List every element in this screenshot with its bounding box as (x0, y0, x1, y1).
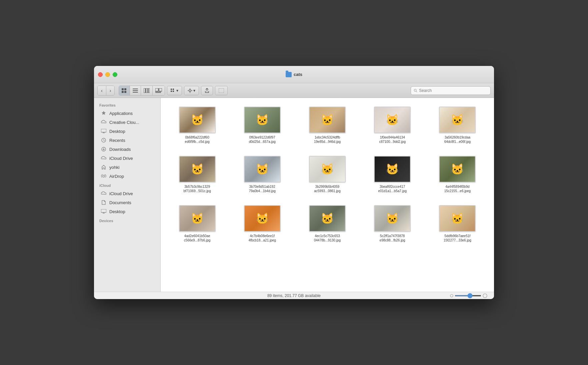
file-name: 0b68f6a222df60 ed6f9fb...c5d.jpg (185, 135, 210, 144)
svg-rect-0 (122, 88, 124, 90)
file-item[interactable]: 1f0ee844a46134 c87100...9dd2.jpg (363, 105, 422, 146)
sidebar-item-desktop[interactable]: Desktop (95, 127, 159, 136)
file-name: 5c2ff1a747f3878 e98c88...fb26.jpg (380, 234, 405, 242)
file-item[interactable]: 4c7b4b08e6ee1f 4fbcb18...a21.jpeg (232, 203, 292, 244)
cat-image (245, 157, 280, 182)
search-box[interactable] (411, 86, 491, 95)
file-thumbnail (179, 107, 216, 133)
grid-icon (122, 88, 127, 93)
minimize-button[interactable] (105, 72, 110, 77)
tag-icon (219, 88, 224, 93)
maximize-button[interactable] (113, 72, 117, 77)
sidebar-item-creative-cloud[interactable]: Creative Clou... (95, 118, 159, 127)
nav-back-button[interactable]: ‹ (98, 86, 106, 95)
svg-rect-6 (133, 92, 138, 93)
file-name: 1ebc34c5324dffb 19e85d...946d.jpg (314, 135, 341, 144)
window-title: cats (286, 72, 302, 77)
sidebar-item-icloud-drive[interactable]: iCloud Drive (95, 189, 159, 198)
file-name: 3b70e8d51ab192 79a0b4...1b4d.jpg (249, 184, 276, 193)
zoom-range-input[interactable] (455, 295, 481, 296)
list-icon (133, 88, 138, 93)
actions-button[interactable]: ▾ (184, 86, 199, 95)
finder-window: cats ‹ › (94, 66, 494, 299)
recents-label: Recents (109, 138, 125, 143)
file-item[interactable]: 3b70e8d51ab192 79a0b4...1b4d.jpg (232, 154, 292, 195)
file-thumbnail (179, 156, 216, 182)
file-name: 5ddfb96b7aee51f 15f2277...33e6.jpg (444, 234, 471, 242)
window-title-text: cats (294, 72, 302, 77)
file-thumbnail (439, 205, 476, 232)
file-item[interactable]: 3b2999b5b4059 ac5993...0861.jpg (297, 154, 357, 195)
tag-button[interactable] (215, 86, 228, 95)
nav-forward-button[interactable]: › (106, 86, 115, 95)
file-item[interactable]: 4ad2e6041b50ae c566e9...87b6.jpg (167, 203, 227, 244)
cat-image (245, 206, 280, 231)
file-item[interactable]: 3a56260b19cdaa 64dc8f1...e06f.jpg (428, 105, 487, 146)
file-grid: 0b68f6a222df60 ed6f9fb...c5d.jpg0f63ee91… (167, 105, 487, 244)
svg-rect-35 (101, 209, 106, 212)
svg-point-38 (450, 294, 453, 297)
cat-image (440, 107, 475, 133)
share-button[interactable] (201, 86, 213, 95)
sidebar-item-airdrop[interactable]: AirDrop (95, 172, 159, 181)
airdrop-icon (101, 173, 107, 179)
applications-label: Applications (109, 111, 133, 116)
sidebar-item-downloads[interactable]: Downloads (95, 145, 159, 154)
file-item[interactable]: 5ddfb96b7aee51f 15f2277...33e6.jpg (428, 203, 487, 244)
desktop-label: Desktop (109, 129, 125, 134)
folder-icon (286, 72, 292, 77)
file-item[interactable]: 4ec1c5c753c653 04478b...9130.jpg (297, 203, 357, 244)
file-item[interactable]: 5c2ff1a747f3878 e98c88...fb26.jpg (363, 203, 422, 244)
svg-rect-11 (159, 88, 162, 91)
cat-image (375, 107, 410, 133)
file-item[interactable]: 0b68f6a222df60 ed6f9fb...c5d.jpg (167, 105, 227, 146)
icloud-drive-fav-icon (101, 155, 107, 161)
group-button[interactable]: ▾ (167, 86, 182, 95)
view-icon-button[interactable] (119, 86, 130, 95)
downloads-icon (101, 146, 107, 152)
file-item[interactable]: 0f63ee9122d6f97 d0d25d...657a.jpg (232, 105, 292, 146)
desktop-icon (101, 128, 107, 134)
documents-label: Documents (109, 200, 131, 205)
airdrop-label: AirDrop (109, 174, 124, 179)
cat-image (245, 107, 280, 133)
close-button[interactable] (98, 72, 103, 77)
cat-image (310, 206, 345, 231)
file-thumbnail (244, 107, 281, 133)
file-thumbnail (309, 156, 346, 182)
cat-image (180, 206, 215, 231)
svg-line-32 (104, 140, 105, 141)
icloud-header: iCloud (94, 181, 160, 189)
view-buttons (119, 86, 165, 96)
cat-image (180, 157, 215, 182)
view-gallery-button[interactable] (153, 86, 165, 95)
search-icon (414, 89, 417, 93)
svg-point-19 (189, 90, 191, 92)
file-item[interactable]: 1ebc34c5324dffb 19e85d...946d.jpg (297, 105, 357, 146)
search-input[interactable] (419, 88, 488, 93)
file-item[interactable]: 4a44f5894f0b9d 15c2155...e6.jpeg (428, 154, 487, 195)
sidebar-item-desktop-icloud[interactable]: Desktop (95, 207, 159, 216)
sidebar-item-documents[interactable]: Documents (95, 198, 159, 207)
desktop-icloud-icon (101, 208, 107, 214)
sidebar-item-yohki[interactable]: yohki (95, 163, 159, 172)
sidebar-item-recents[interactable]: Recents (95, 136, 159, 145)
svg-line-26 (416, 91, 417, 92)
file-name: 3beaf6f2ccce417 e01d1a1...b5a7.jpg (378, 184, 407, 193)
gear-icon (188, 88, 192, 93)
zoom-slider[interactable] (450, 293, 487, 298)
group-arrow: ▾ (176, 88, 178, 93)
titlebar: cats (94, 66, 494, 83)
file-item[interactable]: 3b57b3c9bc1329 bf71069...501c.jpg (167, 154, 227, 195)
file-thumbnail (309, 107, 346, 133)
view-column-button[interactable] (141, 86, 153, 95)
sidebar-item-applications[interactable]: Applications (95, 109, 159, 118)
file-item[interactable]: 3beaf6f2ccce417 e01d1a1...b5a7.jpg (363, 154, 422, 195)
file-name: 4ad2e6041b50ae c566e9...87b6.jpg (184, 234, 211, 242)
svg-rect-8 (146, 88, 148, 93)
documents-icon (101, 199, 107, 205)
sidebar-item-icloud-drive-fav[interactable]: iCloud Drive (95, 154, 159, 163)
svg-rect-5 (133, 90, 138, 91)
svg-rect-3 (124, 91, 126, 93)
view-list-button[interactable] (130, 86, 141, 95)
